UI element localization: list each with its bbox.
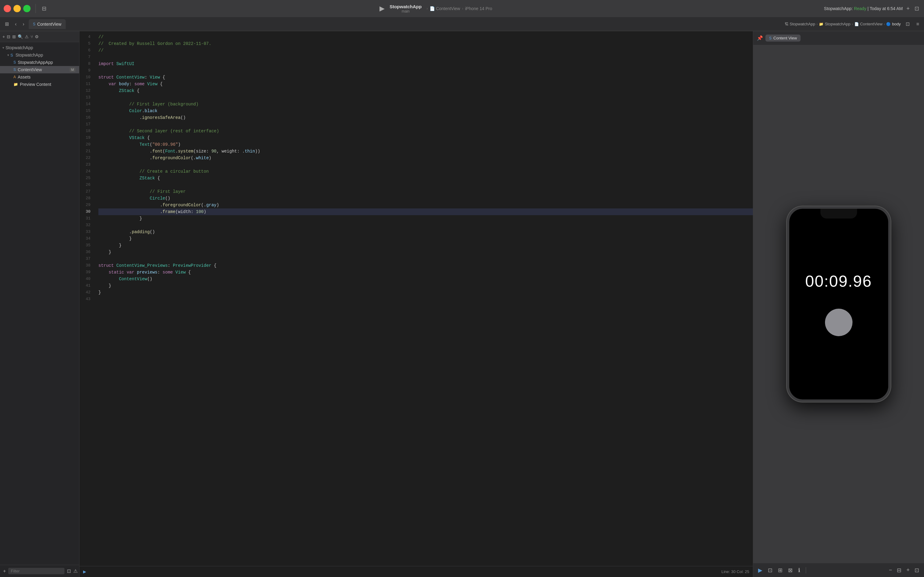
zoom-in-button[interactable]: + — [905, 566, 911, 574]
sidebar-group-header-stopwatch[interactable]: ▾ StopwatchApp — [0, 44, 79, 52]
tab-label: ContentView — [37, 22, 61, 27]
run-button[interactable]: ▶ — [380, 5, 385, 13]
iphone-mockup: 00:09.96 — [787, 206, 891, 402]
preview-run-btn[interactable]: ▶ — [757, 566, 764, 574]
sidebar-item-appapp[interactable]: S StopwatchAppApp — [0, 59, 79, 66]
bc-project[interactable]: StopwatchApp — [790, 22, 815, 26]
sidebar-item-contentview[interactable]: S ContentView M — [0, 66, 79, 73]
sidebar-appapp-label: StopwatchAppApp — [18, 60, 53, 65]
sidebar-item-assets[interactable]: A Assets — [0, 73, 79, 81]
zoom-actual-button[interactable]: ⊡ — [913, 566, 920, 574]
show-errors-btn[interactable]: ⚠ — [73, 568, 77, 574]
sidebar-settings-btn[interactable]: ⚙ — [35, 34, 39, 39]
sidebar-assets-label: Assets — [18, 74, 31, 79]
sidebar-stopwatchapp-label: StopwatchApp — [16, 53, 43, 58]
progress-indicator: ▶ — [83, 569, 86, 574]
code-line-15: Color.black — [98, 108, 753, 114]
bc-symbol[interactable]: body — [892, 22, 900, 26]
layout-button[interactable]: ⊡ — [913, 5, 920, 13]
code-line-23 — [98, 161, 753, 168]
traffic-lights — [4, 5, 31, 12]
preview-device-btn[interactable]: ⊡ — [767, 566, 774, 574]
code-line-34: } — [98, 235, 753, 242]
line-numbers: 4 5 6 7 8 9 10 11 12 13 14 15 16 17 18 1… — [79, 31, 95, 566]
main-content: + ⊟ ⊞ 🔍 ⚠ ⑂ ⚙ ▾ StopwatchApp ▾ S Stopwat… — [0, 31, 924, 577]
preview-tab-label: Content View — [773, 36, 797, 40]
close-button[interactable] — [4, 5, 11, 12]
scheme-name: main — [401, 9, 409, 13]
sidebar-add-btn[interactable]: + — [2, 34, 5, 39]
sidebar-preview-content-label: Preview Content — [20, 82, 52, 87]
code-line-30: .frame(width: 100) — [98, 208, 753, 215]
sidebar-group-label: StopwatchApp — [5, 45, 33, 50]
stopwatch-display: 00:09.96 — [805, 272, 872, 290]
sidebar-hierarchy-btn[interactable]: ⊞ — [12, 34, 16, 39]
sidebar-git-btn[interactable]: ⑂ — [31, 34, 33, 39]
separator — [35, 4, 36, 13]
filter-input[interactable] — [8, 568, 64, 574]
stopwatch-button — [825, 309, 853, 336]
iphone-screen: 00:09.96 — [789, 209, 888, 400]
sidebar-search-btn[interactable]: 🔍 — [18, 34, 23, 39]
preview-info-btn[interactable]: ℹ — [797, 566, 802, 574]
code-editor[interactable]: // // Created by Russell Gordon on 2022-… — [95, 31, 753, 566]
zoom-fit-button[interactable]: ⊟ — [896, 566, 903, 574]
toolbar-right-section: 🏗 StopwatchApp › 📁 StopwatchApp › 📄 Cont… — [785, 21, 921, 27]
sidebar-toggle-button[interactable]: ⊟ — [41, 5, 48, 13]
sidebar-group-root: ▾ StopwatchApp ▾ S StopwatchApp S Stopwa… — [0, 44, 79, 89]
nav-back-button[interactable]: ‹ — [13, 21, 18, 27]
pin-button[interactable]: 📌 — [757, 35, 763, 41]
sidebar-sort-btn[interactable]: ⊟ — [7, 34, 10, 39]
code-line-41: } — [98, 282, 753, 289]
code-line-32 — [98, 222, 753, 229]
code-line-7 — [98, 54, 753, 61]
code-line-11: var body: some View { — [98, 81, 753, 87]
bc-file[interactable]: ContentView — [860, 22, 882, 26]
maximize-button[interactable] — [23, 5, 31, 12]
code-line-18: // Second layer (rest of interface) — [98, 128, 753, 134]
code-line-16: .ignoresSafeArea() — [98, 114, 753, 121]
add-button[interactable]: + — [905, 5, 911, 13]
preview-tab-content-view[interactable]: S Content View — [765, 34, 800, 42]
sidebar-content: ▾ StopwatchApp ▾ S StopwatchApp S Stopwa… — [0, 42, 79, 565]
sidebar-item-stopwatchapp-folder[interactable]: ▾ S StopwatchApp — [0, 52, 79, 59]
code-line-26 — [98, 182, 753, 188]
swift-file-icon: S — [13, 60, 16, 64]
code-line-20: Text("00:09.96") — [98, 141, 753, 148]
filter-options-btn[interactable]: ⊡ — [67, 568, 71, 574]
minimize-button[interactable] — [13, 5, 21, 12]
minimap-button[interactable]: ≡ — [914, 21, 921, 27]
sidebar-item-preview-content[interactable]: 📁 Preview Content — [0, 81, 79, 88]
device-label: iPhone 14 Pro — [465, 6, 492, 11]
code-line-17 — [98, 121, 753, 128]
code-line-13 — [98, 94, 753, 101]
sidebar-warning-btn[interactable]: ⚠ — [25, 34, 29, 39]
code-container[interactable]: 4 5 6 7 8 9 10 11 12 13 14 15 16 17 18 1… — [79, 31, 753, 566]
code-line-28: Circle() — [98, 195, 753, 202]
preview-inspect-btn[interactable]: ⊠ — [787, 566, 794, 574]
grid-layout-button[interactable]: ⊞ — [3, 21, 11, 27]
code-line-4: // — [98, 34, 753, 40]
bc-folder[interactable]: StopwatchApp — [825, 22, 850, 26]
content-view-tab[interactable]: S ContentView — [29, 19, 66, 29]
zoom-out-button[interactable]: − — [888, 566, 893, 574]
code-line-6: // — [98, 47, 753, 54]
preview-swift-icon: S — [769, 36, 771, 40]
code-line-21: .font(Font.system(size: 90, weight: .thi… — [98, 148, 753, 155]
app-name: StopwatchApp — [390, 4, 422, 9]
zoom-controls: − ⊟ + ⊡ — [888, 566, 920, 574]
code-line-12: ZStack { — [98, 87, 753, 94]
code-line-22: .foregroundColor(.white) — [98, 155, 753, 161]
chevron-down-icon-2: ▾ — [7, 53, 9, 57]
code-line-37 — [98, 256, 753, 262]
app-info: StopwatchApp main — [390, 4, 422, 13]
swift-folder-icon: S — [10, 53, 13, 58]
folder-icon: 📁 — [13, 82, 18, 87]
preview-grid-btn[interactable]: ⊞ — [777, 566, 784, 574]
nav-forward-button[interactable]: › — [21, 21, 26, 27]
add-file-button[interactable]: + — [3, 569, 6, 574]
sidebar-toolbar: + ⊟ ⊞ 🔍 ⚠ ⑂ ⚙ — [0, 31, 79, 42]
code-line-42: } — [98, 289, 753, 296]
separator — [806, 567, 806, 573]
split-editor-button[interactable]: ⊡ — [904, 21, 911, 27]
